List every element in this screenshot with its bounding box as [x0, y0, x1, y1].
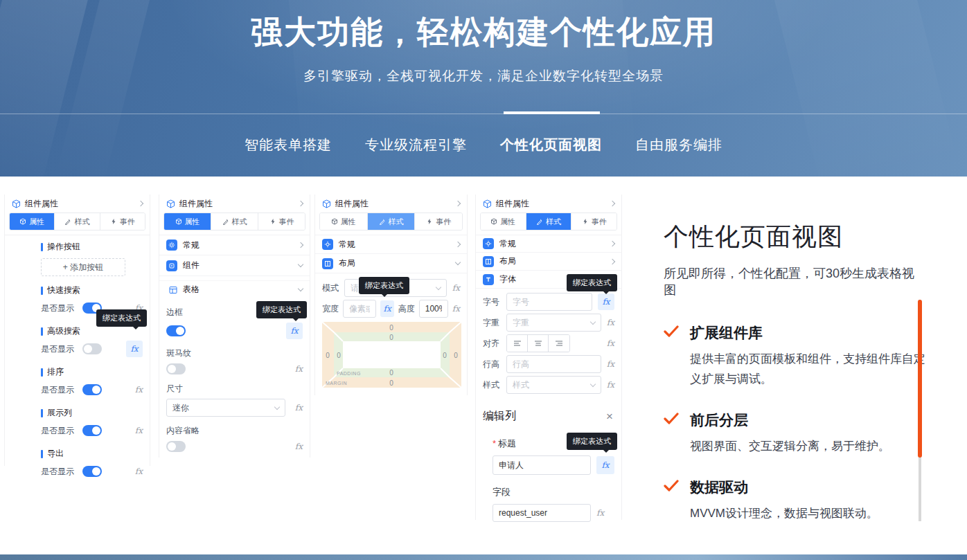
height-input[interactable] [419, 300, 448, 318]
tab-event[interactable]: 事件 [258, 213, 305, 230]
title-field-row: fx [493, 455, 614, 475]
section-sort: 排序 [41, 366, 143, 378]
tab-event[interactable]: 事件 [100, 213, 145, 230]
font-size-input[interactable] [506, 293, 592, 311]
feature-item: 数据驱动 MVVM设计理念，数据与视图联动。 [664, 478, 925, 524]
collapse-chevron-icon[interactable] [138, 201, 143, 206]
lightning-icon [269, 218, 276, 225]
add-button[interactable]: + 添加按钮 [41, 258, 125, 276]
show-label: 是否显示 [41, 466, 74, 478]
size-select[interactable]: 迷你 [166, 399, 285, 417]
export-toggle[interactable] [82, 466, 102, 477]
sort-toggle[interactable] [82, 384, 102, 395]
tab-props[interactable]: 属性 [481, 213, 526, 230]
close-icon[interactable]: × [606, 410, 613, 422]
cube-icon [19, 218, 26, 225]
width-input[interactable] [343, 300, 376, 318]
tab-props[interactable]: 属性 [320, 213, 368, 230]
lightning-icon [426, 218, 433, 225]
fx-bind-button[interactable]: fx [452, 304, 460, 314]
margin-area-label: MARGIN [326, 381, 347, 386]
tab-props[interactable]: 属性 [164, 213, 211, 230]
tab-style[interactable]: 样式 [211, 213, 258, 230]
fx-bind-button[interactable]: fx [607, 338, 614, 348]
section-columns: 展示列 [41, 407, 143, 419]
collapse-chevron-icon[interactable] [298, 201, 303, 206]
collapse-chevron-icon[interactable] [610, 201, 615, 206]
tab-style[interactable]: 样式 [368, 213, 416, 230]
group-label: 常规 [339, 239, 355, 251]
gear-icon [166, 240, 177, 251]
ellipsis-toggle[interactable] [166, 441, 186, 452]
zebra-label: 斑马纹 [166, 347, 303, 359]
fx-bind-button[interactable]: fx [135, 467, 143, 476]
style-placeholder: 样式 [513, 379, 529, 391]
fx-bind-button[interactable]: fx [135, 426, 143, 435]
fx-bind-button[interactable]: fx [596, 508, 604, 518]
line-height-input[interactable] [506, 355, 601, 373]
group-general[interactable]: 常规 [476, 235, 621, 253]
fx-bind-button-active[interactable]: fx [380, 300, 393, 317]
collapse-chevron-icon[interactable] [455, 201, 461, 206]
brush-icon [64, 218, 71, 225]
group-layout[interactable]: 布局 [476, 253, 621, 271]
tab-event[interactable]: 事件 [571, 213, 616, 230]
section-quick-search: 快速搜索 [41, 284, 143, 296]
panel-title: 组件属性 [496, 198, 529, 210]
align-center-button[interactable] [528, 335, 549, 352]
fx-bind-button[interactable]: fx [295, 442, 303, 451]
group-component[interactable]: 组件 [159, 255, 310, 276]
group-table[interactable]: 表格 [159, 280, 310, 298]
show-label: 是否显示 [41, 384, 74, 396]
fx-bind-button-active[interactable]: fx [596, 456, 614, 474]
field-name-input[interactable] [493, 504, 591, 522]
tab-style[interactable]: 样式 [55, 213, 100, 230]
field-name-row: fx [493, 504, 614, 522]
group-general[interactable]: 常规 [159, 235, 310, 255]
tab-smart-form[interactable]: 智能表单搭建 [245, 136, 332, 154]
group-layout[interactable]: 布局 [315, 254, 467, 273]
tab-page-view[interactable]: 个性化页面视图 [500, 136, 602, 154]
fx-bind-button-active[interactable]: fx [126, 341, 143, 357]
border-toggle[interactable] [166, 325, 186, 336]
bottom-section-edge [0, 554, 967, 560]
zebra-toggle[interactable] [166, 363, 186, 374]
fx-bind-button[interactable]: fx [607, 359, 614, 369]
mode-label: 模式 [322, 282, 339, 294]
fx-bind-button[interactable]: fx [607, 318, 614, 327]
align-right-button[interactable] [549, 335, 569, 352]
style-select[interactable]: 样式 [506, 376, 601, 394]
feature-title: 数据驱动 [690, 478, 878, 497]
component-box-icon [166, 260, 177, 271]
bind-expression-tooltip: 绑定表达式 [567, 433, 617, 450]
fx-bind-button-active[interactable]: fx [598, 293, 614, 310]
component-props-panel-1: 组件属性 属性 样式 事件 操作按钮 + 添加按钮 快速搜索 是否显示 fx 高… [4, 195, 150, 466]
columns-toggle[interactable] [82, 425, 102, 436]
fx-bind-button[interactable]: fx [295, 403, 303, 413]
group-general[interactable]: 常规 [315, 235, 467, 254]
tab-event[interactable]: 事件 [415, 213, 462, 230]
advanced-search-toggle[interactable] [82, 343, 102, 354]
tab-service-orchestration[interactable]: 自由服务编排 [635, 136, 722, 154]
line-height-label: 行高 [483, 359, 501, 370]
tab-props-label: 属性 [341, 217, 356, 227]
tab-props[interactable]: 属性 [10, 213, 55, 230]
feature-desc: 视图界面、交互逻辑分离，易于维护。 [690, 437, 890, 457]
title-input[interactable] [493, 455, 591, 475]
tab-flow-engine[interactable]: 专业级流程引擎 [365, 136, 467, 154]
tab-props-label: 属性 [185, 217, 200, 227]
feature-section: 个性化页面视图 所见即所得，个性化配置，可30秒生成表格视图 扩展组件库 提供丰… [664, 220, 925, 527]
fx-bind-button[interactable]: fx [295, 364, 303, 374]
font-weight-select[interactable]: 字重 [506, 314, 601, 332]
fx-bind-button[interactable]: fx [607, 380, 614, 390]
fx-bind-button-active[interactable]: fx [286, 323, 303, 339]
chevron-down-icon [298, 286, 303, 291]
font-size-label: 字号 [483, 296, 501, 308]
align-left-button[interactable] [507, 335, 528, 352]
sort-visible-row: 是否显示 fx [41, 381, 143, 399]
fx-bind-button[interactable]: fx [135, 385, 143, 395]
feature-desc: 提供丰富的页面模板和组件，支持组件库自定义扩展与调试。 [690, 350, 925, 390]
scrollbar-thumb[interactable] [918, 300, 922, 458]
fx-bind-button[interactable]: fx [452, 283, 460, 293]
tab-style[interactable]: 样式 [526, 213, 572, 230]
